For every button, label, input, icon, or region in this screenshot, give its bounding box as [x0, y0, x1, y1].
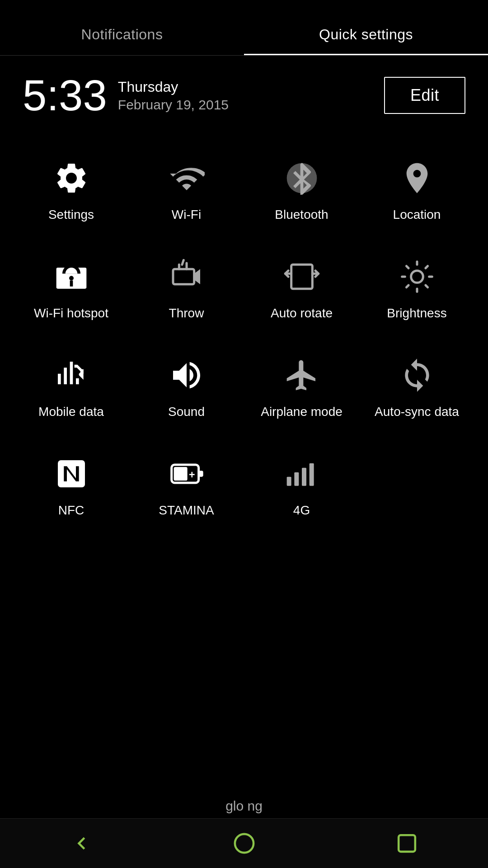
quick-settings-grid: Settings Wi-Fi Bluetooth Location — [0, 131, 488, 543]
home-icon — [232, 831, 257, 856]
svg-line-14 — [425, 266, 427, 268]
airplane-mode-label: Airplane mode — [261, 405, 343, 419]
svg-rect-3 — [70, 280, 73, 286]
edit-button[interactable]: Edit — [384, 77, 465, 114]
mobile-data-label: Mobile data — [38, 405, 104, 419]
svg-rect-22 — [302, 468, 306, 486]
sound-label: Sound — [168, 405, 205, 419]
brightness-icon — [397, 256, 437, 297]
brightness-label: Brightness — [387, 306, 446, 321]
svg-rect-5 — [291, 264, 312, 288]
full-date: February 19, 2015 — [118, 97, 229, 113]
wifi-label: Wi-Fi — [172, 208, 201, 222]
wifi-hotspot-label: Wi-Fi hotspot — [34, 306, 108, 321]
location-icon — [397, 158, 437, 198]
svg-text:+: + — [189, 469, 195, 481]
4g-label: 4G — [293, 503, 310, 518]
auto-rotate-icon — [282, 256, 322, 297]
stamina-label: STAMINA — [159, 503, 214, 518]
airplane-mode-item[interactable]: Airplane mode — [244, 337, 359, 435]
nav-bar — [0, 818, 488, 868]
4g-item[interactable]: 4G — [244, 435, 359, 534]
throw-label: Throw — [169, 306, 204, 321]
header: 5:33 Thursday February 19, 2015 Edit — [0, 56, 488, 131]
nfc-label: NFC — [58, 503, 84, 518]
stamina-icon: + — [166, 453, 207, 494]
auto-sync-label: Auto-sync data — [375, 405, 459, 419]
recents-button[interactable] — [389, 826, 425, 862]
home-button[interactable] — [226, 826, 262, 862]
svg-line-12 — [425, 285, 427, 288]
settings-icon — [51, 158, 92, 198]
tab-bar: Notifications Quick settings — [0, 0, 488, 56]
date-area: Thursday February 19, 2015 — [118, 79, 229, 113]
tab-notifications[interactable]: Notifications — [0, 14, 244, 55]
wifi-hotspot-item[interactable]: Wi-Fi hotspot — [14, 238, 129, 337]
svg-point-2 — [69, 276, 74, 280]
sound-icon — [166, 355, 207, 396]
location-label: Location — [393, 208, 441, 222]
svg-line-11 — [406, 266, 408, 268]
svg-line-13 — [406, 285, 408, 288]
sound-item[interactable]: Sound — [129, 337, 244, 435]
throw-icon — [166, 256, 207, 297]
settings-label: Settings — [48, 208, 94, 222]
4g-icon — [282, 453, 322, 494]
mobile-data-icon — [51, 355, 92, 396]
svg-rect-17 — [198, 471, 203, 476]
settings-item[interactable]: Settings — [14, 140, 129, 238]
day-name: Thursday — [118, 79, 229, 95]
location-item[interactable]: Location — [359, 140, 474, 238]
nfc-item[interactable]: NFC — [14, 435, 129, 534]
svg-rect-18 — [174, 467, 187, 481]
auto-rotate-label: Auto rotate — [271, 306, 333, 321]
bluetooth-label: Bluetooth — [275, 208, 328, 222]
svg-rect-23 — [309, 463, 314, 486]
back-button[interactable] — [63, 826, 99, 862]
recents-icon — [394, 831, 419, 856]
brightness-item[interactable]: Brightness — [359, 238, 474, 337]
back-icon — [69, 831, 94, 856]
svg-rect-21 — [294, 472, 299, 486]
svg-rect-25 — [399, 835, 415, 852]
svg-rect-20 — [286, 477, 291, 486]
auto-sync-item[interactable]: Auto-sync data — [359, 337, 474, 435]
tab-quick-settings[interactable]: Quick settings — [244, 14, 488, 55]
wifi-item[interactable]: Wi-Fi — [129, 140, 244, 238]
stamina-item[interactable]: + STAMINA — [129, 435, 244, 534]
svg-point-6 — [411, 271, 423, 283]
wifi-icon — [166, 158, 207, 198]
bluetooth-icon — [282, 158, 322, 198]
throw-item[interactable]: Throw — [129, 238, 244, 337]
bluetooth-item[interactable]: Bluetooth — [244, 140, 359, 238]
wifi-hotspot-icon — [51, 256, 92, 297]
auto-rotate-item[interactable]: Auto rotate — [244, 238, 359, 337]
mobile-data-item[interactable]: Mobile data — [14, 337, 129, 435]
airplane-mode-icon — [282, 355, 322, 396]
svg-rect-4 — [173, 269, 194, 284]
auto-sync-icon — [397, 355, 437, 396]
carrier-text: glo ng — [0, 798, 488, 814]
svg-point-24 — [235, 834, 253, 853]
nfc-icon — [51, 453, 92, 494]
clock-area: 5:33 Thursday February 19, 2015 — [23, 74, 229, 117]
clock-time: 5:33 — [23, 74, 107, 117]
